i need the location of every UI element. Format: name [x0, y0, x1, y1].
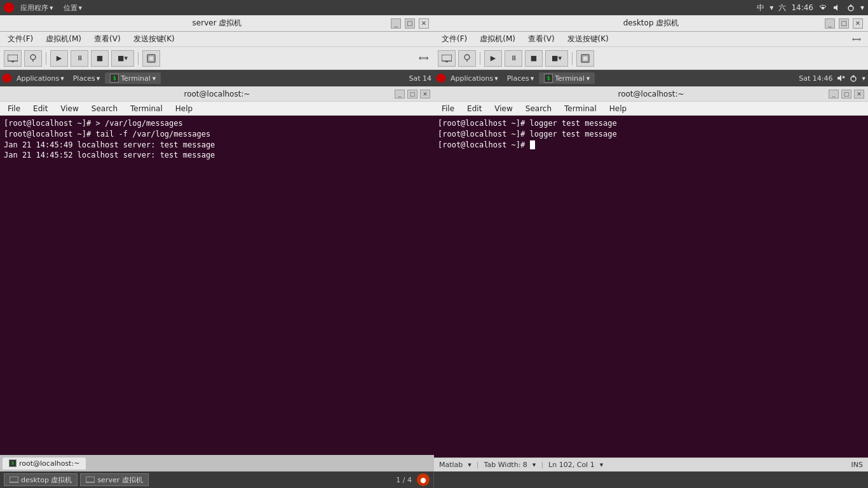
vm-left-term-menu-file[interactable]: File	[5, 103, 23, 114]
vm-left-term-menu-search[interactable]: Search	[89, 103, 120, 114]
svg-rect-11	[583, 56, 588, 61]
vm-left-terminal-icon: $	[110, 74, 119, 83]
vm-right-term-menu-terminal[interactable]: Terminal	[562, 103, 599, 114]
vm-right-gnome-icon	[437, 74, 445, 83]
vm-right-terminal-content[interactable]: [root@localhost ~]# logger test message …	[434, 116, 868, 458]
vm-right-term-minimize[interactable]: _	[829, 90, 839, 98]
vm-left-toolbar-pause[interactable]: ⏸	[71, 50, 88, 67]
vm-left-toolbar-bulb[interactable]	[24, 50, 42, 67]
vm-left-tab-0[interactable]: $ root@localhost:~	[3, 458, 86, 470]
svg-rect-1	[11, 61, 14, 62]
vm-left-menu-file[interactable]: 文件(F)	[5, 32, 36, 46]
bottom-desktop-vm-btn[interactable]: desktop 虚拟机	[4, 473, 78, 486]
vm-right-term-menu-help[interactable]: Help	[607, 103, 629, 114]
vm-right-toolbar-sep1	[480, 52, 480, 65]
vm-right-term-close[interactable]: ✕	[854, 90, 864, 98]
svg-rect-20	[10, 477, 18, 482]
vm-left-minimize[interactable]: _	[391, 18, 401, 29]
vm-right-toolbar-expand[interactable]: ⟺	[850, 34, 863, 44]
vm-left-close[interactable]: ✕	[419, 18, 429, 29]
vm-right-term-menu-edit[interactable]: Edit	[465, 103, 484, 114]
system-app-icon	[4, 3, 14, 13]
vm-left-maximize[interactable]: □	[405, 18, 415, 29]
vm-right-term-maximize[interactable]: □	[841, 90, 851, 98]
vm-right-applications-menu[interactable]: Applications ▾	[447, 73, 502, 84]
bottom-page-btn[interactable]: ●	[417, 473, 430, 486]
vm-left-terminal-menu[interactable]: $ Terminal ▾	[105, 72, 161, 84]
vm-right-term-menu-search[interactable]: Search	[523, 103, 554, 114]
status-ln-col: Ln 102, Col 1	[548, 461, 595, 469]
vm-right-menubar: 文件(F) 虚拟机(M) 查看(V) 发送按键(K) ⟺	[434, 32, 868, 47]
vm-right-menu-file[interactable]: 文件(F)	[439, 32, 470, 46]
status-tab-width[interactable]: Tab Width: 8	[484, 461, 527, 469]
vm-left-toolbar-play[interactable]: ▶	[50, 50, 68, 67]
vm-right-toolbar-stop-arrow[interactable]: ■▾	[545, 50, 568, 67]
svg-rect-0	[8, 55, 18, 61]
vm-right-term-menu-file[interactable]: File	[439, 103, 457, 114]
bottom-page-info: 1 / 4	[396, 476, 412, 484]
system-location-menu[interactable]: 位置 ▾	[60, 2, 86, 14]
vm-left-toolbar-stop-arrow[interactable]: ■▾	[111, 50, 134, 67]
vm-left-titlebar: server 虚拟机 _ □ ✕	[0, 15, 434, 32]
vm-left-toolbar-monitor[interactable]	[4, 50, 22, 67]
svg-point-2	[31, 55, 36, 60]
vm-left-menu-view[interactable]: 查看(V)	[92, 32, 123, 46]
vm-right-close[interactable]: ✕	[853, 18, 863, 29]
vm-right-toolbar-stop[interactable]: ■	[525, 50, 543, 67]
status-matlab[interactable]: Matlab	[439, 461, 463, 469]
vm-left-terminal-titlebar: root@localhost:~ _ □ ✕	[0, 86, 434, 102]
vm-right-terminal-menu[interactable]: $ Terminal ▾	[539, 72, 595, 84]
vm-left-term-menu-edit[interactable]: Edit	[31, 103, 50, 114]
svg-rect-7	[445, 61, 448, 62]
vm-monitor-icon2	[86, 477, 95, 483]
vm-left-gnome-icon	[3, 74, 11, 83]
status-ins: INS	[851, 461, 863, 469]
bottom-taskbar-left: desktop 虚拟机 server 虚拟机 1 / 4 ●	[0, 471, 434, 488]
bottom-taskbar: desktop 虚拟机 server 虚拟机 1 / 4 ●	[0, 471, 868, 488]
vm-right-toolbar-pause[interactable]: ⏸	[505, 50, 522, 67]
vm-left-applications-menu[interactable]: Applications ▾	[13, 73, 68, 84]
vm-left-menu-vm[interactable]: 虚拟机(M)	[43, 32, 84, 46]
vm-right-terminal-icon: $	[544, 74, 553, 83]
vm-right-menu-vm[interactable]: 虚拟机(M)	[477, 32, 518, 46]
day-label: 六	[778, 3, 786, 13]
bottom-server-vm-btn[interactable]: server 虚拟机	[80, 473, 148, 486]
vm-right-menu-send[interactable]: 发送按键(K)	[565, 32, 611, 46]
vm-right-toolbar-fullscreen[interactable]	[576, 50, 594, 67]
vm-left-term-menu-view[interactable]: View	[58, 103, 81, 114]
vm-left-toolbar-fullscreen[interactable]	[142, 50, 160, 67]
vm-right-title: desktop 虚拟机	[623, 18, 679, 29]
vm-right-toolbar-play[interactable]: ▶	[484, 50, 502, 67]
vm-left-term-maximize[interactable]: □	[407, 90, 417, 98]
vm-left-term-menu-help[interactable]: Help	[173, 103, 195, 114]
vm-left-terminal-content[interactable]: [root@localhost ~]# > /var/log/messages …	[0, 116, 434, 455]
vm-right-toolbar-monitor[interactable]	[438, 50, 456, 67]
vm-left-places-menu[interactable]: Places ▾	[69, 73, 104, 84]
vm-right-term-menu-view[interactable]: View	[492, 103, 515, 114]
svg-rect-5	[149, 56, 154, 61]
volume-icon	[836, 74, 845, 83]
vm-left-term-close[interactable]: ✕	[420, 90, 430, 98]
vm-right-maximize[interactable]: □	[839, 18, 849, 29]
vm-left-gnome-bar: Applications ▾ Places ▾ $ Terminal ▾ Sat…	[0, 70, 434, 86]
volume-icon	[832, 3, 841, 12]
vm-left-gnome-bar-right: Sat 14	[409, 74, 431, 83]
vm-left-toolbar-sep2	[138, 52, 139, 65]
vm-left-menu-send[interactable]: 发送按键(K)	[131, 32, 177, 46]
input-method[interactable]: 中	[757, 3, 764, 13]
vm-right-gnome-bar-right: Sat 14:46 ▾	[799, 74, 865, 83]
vm-left-toolbar-expand[interactable]: ⟺	[417, 50, 430, 67]
vm-left-term-minimize[interactable]: _	[395, 90, 405, 98]
vm-left-tab-icon: $	[9, 459, 17, 467]
vm-right-places-menu[interactable]: Places ▾	[503, 73, 538, 84]
system-bar-right: 中 ▾ 六 14:46 ▾	[757, 3, 864, 13]
system-bar: 应用程序 ▾ 位置 ▾ 中 ▾ 六 14:46 ▾	[0, 0, 868, 15]
vm-right-toolbar-bulb[interactable]	[458, 50, 476, 67]
vm-right-menu-view[interactable]: 查看(V)	[526, 32, 557, 46]
power-icon	[849, 74, 858, 83]
vm-right-minimize[interactable]: _	[825, 18, 835, 29]
system-bar-left: 应用程序 ▾ 位置 ▾	[4, 2, 86, 14]
system-applications-menu[interactable]: 应用程序 ▾	[17, 2, 57, 14]
vm-left-toolbar-stop[interactable]: ■	[91, 50, 109, 67]
vm-left-term-menu-terminal[interactable]: Terminal	[128, 103, 165, 114]
